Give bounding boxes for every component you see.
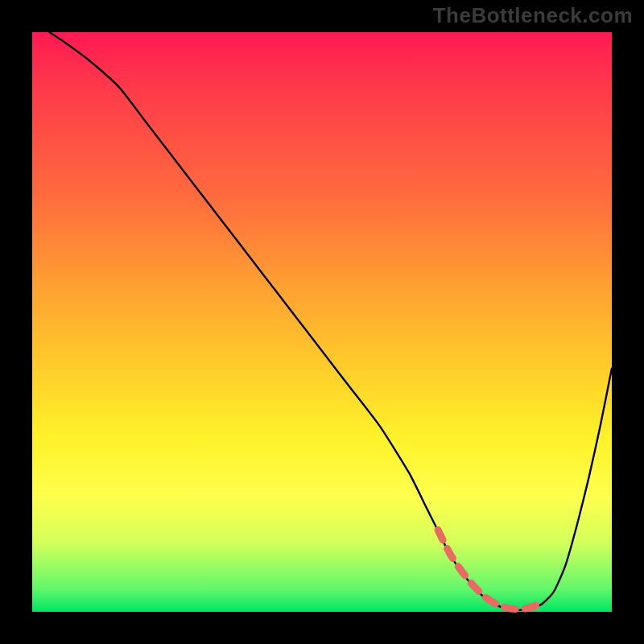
bottleneck-curve-line	[50, 32, 612, 610]
flat-region-dashes	[438, 530, 543, 609]
watermark-text: TheBottleneck.com	[433, 3, 633, 28]
chart-frame: TheBottleneck.com	[0, 0, 644, 644]
bottleneck-curve-svg	[32, 32, 612, 612]
plot-outer	[32, 32, 612, 612]
